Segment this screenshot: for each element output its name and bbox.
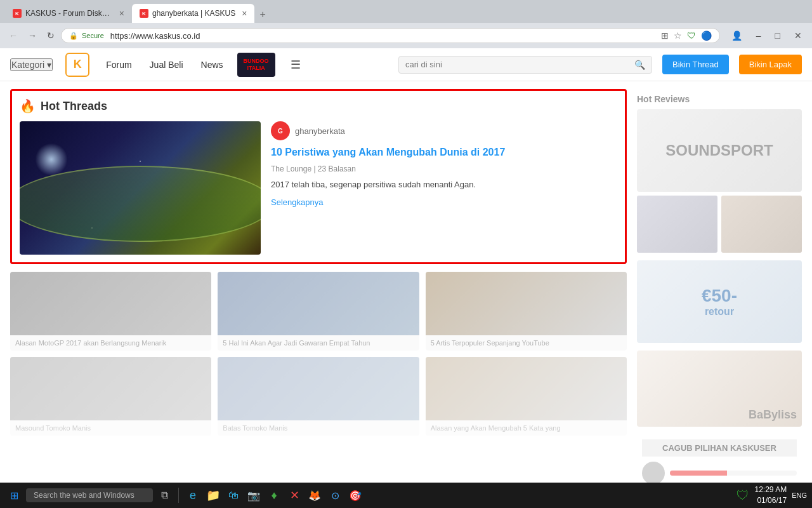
news-link[interactable]: News (197, 57, 227, 72)
taskbar-extra-icon[interactable]: 🎯 (346, 486, 364, 504)
taskbar-task-view[interactable]: ⧉ (155, 486, 173, 504)
taskbar-red-icon[interactable]: ✕ (285, 486, 303, 504)
forward-button[interactable]: → (24, 28, 41, 43)
profile-button[interactable]: 👤 (726, 29, 747, 42)
secure-label: Secure (82, 32, 104, 39)
taskbar-green-icon[interactable]: ♦ (265, 486, 283, 504)
soundsport-ad[interactable]: SOUNDSPORT (637, 109, 802, 192)
review-thumb-2[interactable] (721, 196, 802, 253)
refresh-button[interactable]: ↻ (43, 28, 58, 43)
green-app-icon: ♦ (271, 489, 277, 502)
card-image-2c (426, 357, 627, 420)
tab-2[interactable]: K ghanyberkata | KASKUS × (132, 4, 254, 23)
card-image (426, 272, 627, 335)
taskbar-clock: 12:29 AM 01/06/17 (754, 485, 787, 506)
taskbar-explorer-icon[interactable]: 📁 (204, 486, 222, 504)
sidebar-ad-euro[interactable]: €50- retour (637, 260, 802, 343)
new-tab-button[interactable]: + (254, 6, 270, 23)
thread-meta: The Lounge | 23 Balasan (271, 164, 617, 173)
thread-desc: 2017 telah tiba, segenap persitiwa sudah… (271, 178, 617, 191)
logo-letter: K (74, 58, 82, 71)
task-view-icon: ⧉ (161, 490, 168, 501)
taskbar-firefox-icon[interactable]: 🦊 (306, 486, 324, 504)
right-sidebar: Hot Reviews SOUNDSPORT €50- retour (637, 89, 802, 508)
search-button[interactable]: 🔍 (634, 60, 645, 70)
review-thumb-1[interactable] (637, 196, 717, 253)
card-image (218, 272, 419, 335)
start-button[interactable]: ⊞ (5, 487, 23, 504)
tab-2-favicon: K (140, 9, 148, 18)
back-button[interactable]: ← (5, 28, 22, 43)
fire-icon: 🔥 (20, 98, 36, 114)
kategori-button[interactable]: Kategori ▾ (10, 58, 53, 71)
list-item[interactable]: Batas Tomoko Manis (218, 357, 419, 436)
forum-link[interactable]: Forum (102, 57, 135, 72)
store-icon: 🛍 (228, 490, 239, 501)
cards-grid: Alasan MotoGP 2017 akan Berlangsung Mena… (10, 272, 627, 351)
card-text-2c: Alasan yang Akan Mengubah 5 Kata yang (426, 420, 627, 436)
search-input[interactable] (405, 60, 634, 69)
cagub-info-1 (670, 471, 797, 476)
list-item[interactable]: 5 Hal Ini Akan Agar Jadi Gawaran Empat T… (218, 272, 419, 351)
taskbar-right: 🛡 12:29 AM 01/06/17 ENG (737, 485, 807, 506)
list-item[interactable]: Masound Tomoko Manis (10, 357, 211, 436)
list-item[interactable]: 5 Artis Terpopuler Sepanjang YouTube (426, 272, 627, 351)
hot-threads-header: 🔥 Hot Threads (20, 98, 617, 114)
jual-beli-link[interactable]: Jual Beli (146, 57, 187, 72)
card-text: 5 Artis Terpopuler Sepanjang YouTube (426, 335, 627, 351)
close-button[interactable]: ✕ (789, 29, 807, 42)
card-text: Alasan MotoGP 2017 akan Berlangsung Mena… (10, 335, 211, 351)
bookmark-star-icon[interactable]: ☆ (674, 30, 682, 41)
taskbar: ⊞ ⧉ e 📁 🛍 📷 ♦ ✕ 🦊 ⊙ 🎯 🛡 12:29 AM 01/06/1… (0, 483, 812, 508)
cagub-avatar-1 (642, 462, 665, 485)
card-image-2b (218, 357, 419, 420)
list-item[interactable]: Alasan yang Akan Mengubah 5 Kata yang (426, 357, 627, 436)
mascot-text: BUNDOOITALIA (244, 58, 269, 72)
taskbar-search-input[interactable] (26, 488, 153, 502)
taskbar-chrome-icon[interactable]: ⊙ (326, 486, 344, 504)
tab-1-favicon: K (13, 9, 22, 18)
hot-thread-info: G ghanyberkata 10 Peristiwa yang Akan Me… (271, 121, 617, 255)
thread-replies: 23 Balasan (318, 164, 356, 173)
card-text-2b: Batas Tomoko Manis (218, 420, 419, 436)
babyliss-ad[interactable]: BaByliss (637, 351, 802, 427)
card-image-2 (10, 357, 211, 420)
soundsport-label: SOUNDSPORT (665, 142, 773, 159)
tab-1[interactable]: K KASKUS - Forum Diskus... × (5, 4, 132, 23)
mascot-logo[interactable]: BUNDOOITALIA (237, 53, 275, 77)
bikin-lapak-button[interactable]: Bikin Lapak (739, 55, 802, 74)
maximize-button[interactable]: □ (770, 29, 785, 42)
taskbar-lang: ENG (792, 491, 807, 499)
babyliss-label: BaByliss (749, 408, 797, 422)
kaskus-logo[interactable]: K (65, 53, 89, 77)
browser-chrome: K KASKUS - Forum Diskus... × K ghanyberk… (0, 0, 812, 48)
edge-icon: e (190, 489, 196, 502)
tab-bar: K KASKUS - Forum Diskus... × K ghanyberk… (0, 0, 812, 23)
list-item[interactable]: Alasan MotoGP 2017 akan Berlangsung Mena… (10, 272, 211, 351)
taskbar-store-icon[interactable]: 🛍 (225, 486, 242, 504)
tab-1-close[interactable]: × (119, 8, 124, 18)
main-content: 🔥 Hot Threads G ghanyberka (0, 81, 812, 508)
author-name: ghanyberkata (295, 126, 345, 136)
progress-bar-1 (670, 471, 797, 476)
reader-icon[interactable]: ⊞ (661, 30, 669, 41)
card-text-2: Masound Tomoko Manis (10, 420, 211, 436)
taskbar-search-icon[interactable] (26, 486, 153, 504)
selengkapnya-link[interactable]: Selengkapnya (271, 197, 323, 207)
bikin-thread-button[interactable]: Bikin Thread (662, 55, 729, 74)
address-icons: ⊞ ☆ 🛡 🔵 (661, 30, 712, 41)
euro-label: €50- (702, 286, 737, 306)
ext-icon: 🔵 (701, 30, 712, 41)
taskbar-camera-icon[interactable]: 📷 (245, 486, 263, 504)
tab-2-close[interactable]: × (242, 8, 247, 18)
address-bar[interactable]: 🔒 Secure https://www.kaskus.co.id ⊞ ☆ 🛡 … (61, 28, 720, 43)
thread-title[interactable]: 10 Peristiwa yang Akan Mengubah Dunia di… (271, 145, 617, 159)
minimize-button[interactable]: – (751, 29, 766, 42)
address-text: https://www.kaskus.co.id (110, 31, 657, 41)
taskbar-edge-icon[interactable]: e (184, 486, 202, 504)
window-buttons: 👤 – □ ✕ (726, 29, 807, 42)
center-content: 🔥 Hot Threads G ghanyberka (10, 89, 627, 508)
thread-category: The Lounge (271, 164, 311, 173)
shield-icon: 🛡 (737, 488, 749, 503)
hamburger-menu[interactable]: ☰ (285, 55, 306, 74)
